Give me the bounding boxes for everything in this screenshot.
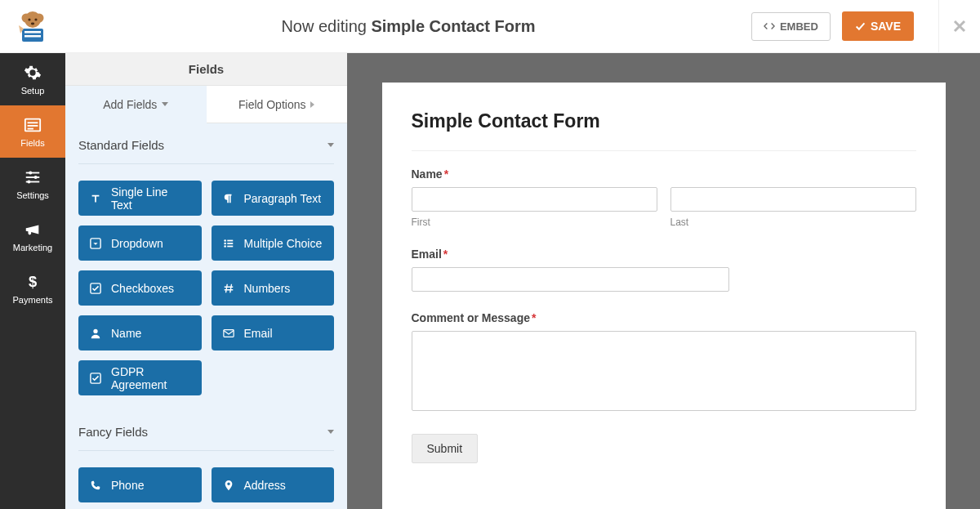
field-name[interactable]: Name	[78, 315, 202, 350]
close-icon	[953, 20, 966, 33]
field-multiple-choice[interactable]: Multiple Choice	[212, 225, 335, 261]
name-label: Name*	[412, 167, 916, 181]
svg-point-21	[224, 239, 226, 242]
last-name-input[interactable]	[670, 187, 916, 212]
sidebar-item-fields[interactable]: Fields	[0, 105, 65, 158]
svg-point-2	[35, 14, 44, 23]
field-checkboxes[interactable]: Checkboxes	[78, 270, 202, 306]
form-preview-area: Simple Contact Form Name* First Last Ema…	[347, 53, 980, 509]
field-single-line-text[interactable]: Single Line Text	[78, 181, 202, 216]
phone-icon	[90, 480, 101, 491]
field-dropdown[interactable]: Dropdown	[78, 225, 202, 261]
form-preview-title: Simple Contact Form	[412, 110, 916, 151]
field-email[interactable]: Email	[212, 315, 335, 350]
editing-prefix: Now editing	[281, 17, 371, 35]
message-textarea[interactable]	[412, 331, 916, 411]
caret-square-icon	[90, 238, 101, 249]
svg-rect-8	[24, 35, 41, 38]
field-gdpr-agreement[interactable]: GDPR Agreement	[78, 360, 202, 395]
code-icon	[764, 20, 775, 32]
sidebar-item-marketing[interactable]: Marketing	[0, 210, 65, 262]
svg-point-5	[31, 23, 34, 25]
list-ul-icon	[223, 238, 234, 249]
svg-rect-22	[227, 239, 233, 241]
topbar-actions: EMBED SAVE	[751, 0, 939, 52]
sidebar-item-settings[interactable]: Settings	[0, 158, 65, 210]
bullhorn-icon	[24, 221, 42, 239]
text-icon	[90, 193, 101, 204]
svg-rect-24	[227, 243, 233, 244]
panel-header: Fields	[65, 53, 347, 86]
list-icon	[24, 116, 42, 134]
chevron-down-icon	[162, 102, 168, 106]
embed-button[interactable]: EMBED	[751, 12, 831, 41]
tab-field-options[interactable]: Field Options	[207, 86, 348, 123]
fields-panel: Fields Add Fields Field Options Standard…	[65, 53, 347, 509]
form-field-message[interactable]: Comment or Message*	[412, 311, 916, 414]
check-square-icon	[90, 373, 101, 384]
chevron-down-icon	[327, 143, 334, 147]
form-field-name[interactable]: Name* First Last	[412, 167, 916, 228]
user-icon	[90, 328, 101, 339]
save-button[interactable]: SAVE	[842, 11, 914, 41]
check-icon	[855, 21, 866, 32]
last-name-sublabel: Last	[670, 217, 916, 228]
tab-add-fields[interactable]: Add Fields	[65, 86, 207, 123]
section-standard-fields[interactable]: Standard Fields	[78, 123, 334, 164]
app-logo[interactable]	[0, 9, 65, 43]
svg-point-16	[34, 175, 38, 178]
form-field-email[interactable]: Email*	[412, 248, 916, 292]
svg-point-25	[224, 245, 226, 248]
sidebar-item-payments[interactable]: $ Payments	[0, 262, 65, 315]
field-address[interactable]: Address	[212, 467, 335, 502]
required-asterisk: *	[532, 311, 536, 324]
field-paragraph-text[interactable]: Paragraph Text	[212, 181, 335, 216]
panel-tabs: Add Fields Field Options	[65, 86, 347, 123]
svg-point-4	[34, 18, 37, 20]
first-name-sublabel: First	[412, 217, 657, 228]
svg-point-1	[22, 14, 31, 23]
paragraph-icon	[223, 193, 234, 204]
email-label: Email*	[412, 248, 916, 261]
email-input[interactable]	[412, 267, 729, 292]
first-name-input[interactable]	[412, 187, 657, 212]
wpforms-logo-icon	[16, 9, 50, 43]
sidebar-item-setup[interactable]: Setup	[0, 53, 65, 105]
required-asterisk: *	[444, 167, 448, 181]
svg-point-3	[28, 18, 30, 20]
svg-rect-7	[24, 31, 41, 33]
form-name: Simple Contact Form	[371, 17, 535, 35]
gear-icon	[24, 64, 42, 82]
svg-rect-26	[227, 245, 233, 247]
field-phone[interactable]: Phone	[78, 467, 202, 502]
form-preview-card[interactable]: Simple Contact Form Name* First Last Ema…	[382, 83, 946, 509]
svg-point-18	[27, 180, 30, 183]
close-button[interactable]	[939, 0, 980, 53]
submit-button[interactable]: Submit	[412, 434, 479, 463]
chevron-right-icon	[310, 101, 314, 108]
envelope-icon	[223, 328, 234, 339]
sliders-icon	[24, 168, 42, 186]
map-marker-icon	[223, 480, 234, 491]
svg-text:$: $	[29, 273, 37, 290]
field-numbers[interactable]: Numbers	[212, 270, 335, 306]
svg-point-14	[29, 171, 32, 174]
required-asterisk: *	[443, 248, 448, 261]
topbar: Now editing Simple Contact Form EMBED SA…	[0, 0, 980, 53]
chevron-down-icon	[327, 430, 334, 434]
svg-point-28	[93, 328, 97, 333]
sidebar: Setup Fields Settings Marketing $ Paymen…	[0, 53, 65, 509]
check-square-icon	[90, 283, 101, 294]
message-label: Comment or Message*	[412, 311, 916, 324]
svg-rect-29	[223, 329, 233, 337]
section-fancy-fields[interactable]: Fancy Fields	[78, 410, 334, 451]
page-title: Now editing Simple Contact Form	[65, 17, 751, 36]
hashtag-icon	[223, 283, 234, 294]
dollar-icon: $	[24, 273, 42, 291]
svg-point-23	[224, 242, 226, 244]
